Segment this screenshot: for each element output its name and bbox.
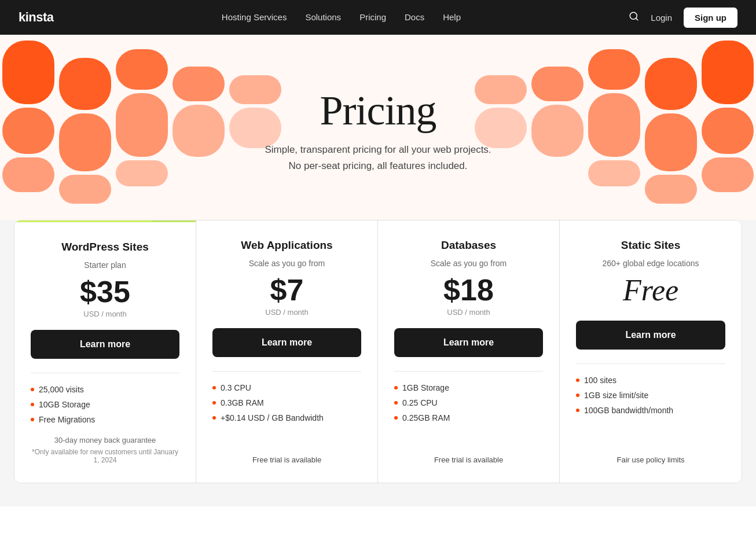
card-price-static-sites: Free — [576, 274, 725, 307]
navigation: kinsta Hosting Services Solutions Pricin… — [0, 0, 756, 35]
nav-link-docs[interactable]: Docs — [405, 12, 424, 22]
divider-wordpress — [31, 373, 179, 373]
pricing-section: Save $140+ by paying annually!* WordPres… — [0, 220, 756, 506]
list-item: 25,000 visits — [31, 385, 179, 394]
list-item: 0.25 CPU — [394, 398, 543, 407]
learn-more-button-wordpress[interactable]: Learn more — [31, 330, 179, 359]
list-item: 0.3 CPU — [212, 383, 361, 392]
nav-link-pricing[interactable]: Pricing — [359, 12, 386, 22]
bullet-icon — [31, 388, 34, 391]
save-badge: Save $140+ by paying annually!* — [14, 220, 152, 222]
bullet-icon — [576, 409, 579, 412]
card-period-web-applications: USD / month — [212, 308, 361, 317]
bullet-icon — [576, 394, 579, 397]
pricing-card-web-applications: Web Applications Scale as you go from $7… — [196, 220, 378, 483]
card-price-databases: $18 — [394, 274, 543, 307]
card-footer-wordpress: 30-day money back guarantee *Only availa… — [31, 424, 179, 464]
card-subtitle-wordpress: Starter plan — [31, 260, 179, 270]
card-subtitle-web-applications: Scale as you go from — [212, 259, 361, 268]
bullet-icon — [212, 416, 216, 420]
nav-item-pricing[interactable]: Pricing — [359, 12, 386, 23]
nav-link-solutions[interactable]: Solutions — [305, 12, 341, 22]
bullet-icon — [212, 386, 216, 389]
card-subtitle-databases: Scale as you go from — [394, 259, 543, 268]
learn-more-button-web-applications[interactable]: Learn more — [212, 328, 361, 357]
hero-blobs-left — [0, 35, 302, 220]
card-title-web-applications: Web Applications — [212, 239, 361, 252]
free-trial-note-databases: Free trial is available — [394, 442, 543, 464]
list-item: 100GB bandwidth/month — [576, 406, 725, 415]
divider-databases — [394, 371, 543, 372]
card-price-web-applications: $7 — [212, 274, 361, 307]
nav-item-help[interactable]: Help — [443, 12, 461, 23]
logo[interactable]: kinsta — [19, 10, 54, 25]
hero-blobs-right — [454, 35, 756, 220]
nav-item-hosting[interactable]: Hosting Services — [222, 12, 287, 23]
nav-link-help[interactable]: Help — [443, 12, 461, 22]
pricing-grid: Save $140+ by paying annually!* WordPres… — [14, 220, 742, 483]
list-item: 1GB size limit/site — [576, 391, 725, 400]
hero-subtitle: Simple, transparent pricing for all your… — [265, 142, 491, 173]
footer-small-wordpress: *Only available for new customers until … — [31, 448, 179, 464]
feature-list-web-applications: 0.3 CPU 0.3GB RAM +$0.14 USD / GB Bandwi… — [212, 383, 361, 442]
card-title-databases: Databases — [394, 239, 543, 252]
page-title: Pricing — [320, 87, 436, 135]
nav-item-docs[interactable]: Docs — [405, 12, 424, 23]
list-item: 10GB Storage — [31, 400, 179, 409]
bullet-icon — [31, 418, 34, 421]
free-trial-note-web-applications: Free trial is available — [212, 442, 361, 464]
hero-subtitle-line1: Simple, transparent pricing for all your… — [265, 144, 491, 155]
nav-links: Hosting Services Solutions Pricing Docs … — [222, 12, 461, 23]
feature-list-wordpress: 25,000 visits 10GB Storage Free Migratio… — [31, 385, 179, 424]
pricing-card-databases: Databases Scale as you go from $18 USD /… — [378, 220, 560, 483]
bullet-icon — [394, 386, 398, 389]
fair-use-note-static-sites: Fair use policy limits — [576, 442, 725, 464]
money-back-text: 30-day money back guarantee — [31, 436, 179, 444]
list-item: 0.25GB RAM — [394, 413, 543, 422]
card-period-spacer — [576, 308, 725, 321]
card-subtitle-static-sites: 260+ global edge locations — [576, 259, 725, 268]
bullet-icon — [31, 403, 34, 406]
list-item: Free Migrations — [31, 415, 179, 424]
nav-item-solutions[interactable]: Solutions — [305, 12, 341, 23]
card-title-wordpress: WordPress Sites — [31, 241, 179, 253]
list-item: +$0.14 USD / GB Bandwidth — [212, 413, 361, 422]
nav-right: Login Sign up — [629, 8, 737, 28]
pricing-card-static-sites: Static Sites 260+ global edge locations … — [560, 220, 742, 483]
bullet-icon — [212, 401, 216, 405]
signup-button[interactable]: Sign up — [684, 8, 737, 28]
divider-web-applications — [212, 371, 361, 372]
bullet-icon — [576, 378, 579, 382]
svg-line-1 — [636, 18, 638, 20]
hero-section: Pricing Simple, transparent pricing for … — [0, 35, 756, 220]
card-title-static-sites: Static Sites — [576, 239, 725, 252]
card-price-wordpress: $35 — [31, 275, 179, 308]
card-period-wordpress: USD / month — [31, 310, 179, 318]
pricing-card-wordpress: Save $140+ by paying annually!* WordPres… — [14, 220, 196, 483]
search-icon[interactable] — [629, 11, 639, 24]
nav-link-hosting[interactable]: Hosting Services — [222, 12, 287, 22]
feature-list-static-sites: 100 sites 1GB size limit/site 100GB band… — [576, 376, 725, 442]
list-item: 1GB Storage — [394, 383, 543, 392]
learn-more-button-static-sites[interactable]: Learn more — [576, 321, 725, 350]
card-period-databases: USD / month — [394, 308, 543, 317]
bullet-icon — [394, 416, 398, 420]
learn-more-button-databases[interactable]: Learn more — [394, 328, 543, 357]
bullet-icon — [394, 401, 398, 405]
login-link[interactable]: Login — [651, 13, 672, 23]
list-item: 0.3GB RAM — [212, 398, 361, 407]
list-item: 100 sites — [576, 376, 725, 385]
divider-static-sites — [576, 363, 725, 364]
hero-subtitle-line2: No per-seat pricing, all features includ… — [289, 160, 468, 171]
feature-list-databases: 1GB Storage 0.25 CPU 0.25GB RAM — [394, 383, 543, 442]
